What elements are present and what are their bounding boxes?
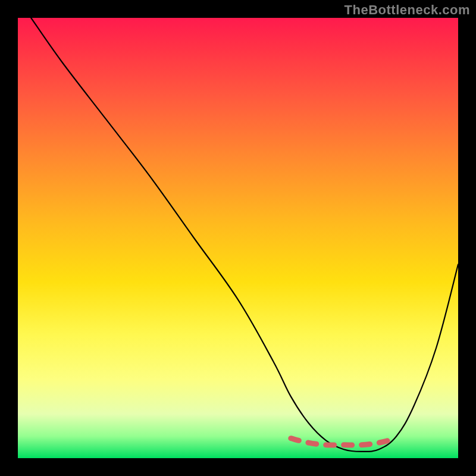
chart-container: TheBottleneck.com — [0, 0, 476, 476]
plot-area — [18, 18, 458, 458]
attribution-text: TheBottleneck.com — [345, 2, 470, 18]
chart-svg — [18, 18, 458, 458]
highlight-band — [291, 439, 397, 445]
curve-line — [31, 18, 458, 452]
